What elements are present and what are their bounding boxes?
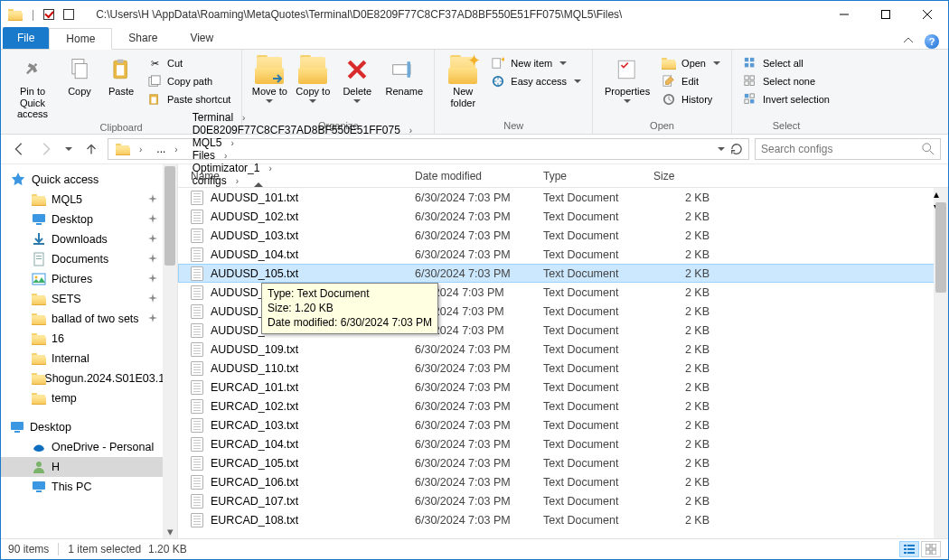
- scissors-icon: ✂: [147, 56, 162, 70]
- nav-back-button[interactable]: [8, 138, 30, 160]
- scroll-down-icon[interactable]: ▾: [163, 524, 177, 538]
- qat-new-icon[interactable]: [63, 9, 74, 20]
- cut-button[interactable]: ✂Cut: [144, 55, 234, 71]
- edit-button[interactable]: Edit: [658, 73, 724, 89]
- copy-path-button[interactable]: Copy path: [144, 73, 234, 89]
- help-icon[interactable]: ?: [925, 34, 939, 49]
- svg-rect-33: [33, 243, 44, 245]
- col-size-header[interactable]: Size: [653, 170, 720, 182]
- nav-item[interactable]: This PC: [1, 477, 177, 497]
- svg-rect-39: [11, 422, 23, 430]
- col-type-header[interactable]: Type: [543, 170, 653, 182]
- nav-item[interactable]: SETS: [1, 289, 177, 309]
- window-title-path: C:\Users\H \AppData\Roaming\MetaQuotes\T…: [96, 8, 622, 21]
- nav-item[interactable]: Documents: [1, 249, 177, 269]
- file-row[interactable]: EURCAD_104.txt6/30/2024 7:03 PMText Docu…: [178, 434, 948, 453]
- nav-item[interactable]: MQL5: [1, 190, 177, 210]
- tab-home[interactable]: Home: [49, 28, 112, 50]
- file-row[interactable]: AUDUSD_104.txt6/30/2024 7:03 PMText Docu…: [178, 245, 948, 264]
- ribbon-collapse-icon[interactable]: [903, 35, 914, 49]
- svg-rect-0: [882, 11, 890, 19]
- copy-to-button[interactable]: Copy to: [293, 53, 333, 103]
- delete-button[interactable]: Delete: [336, 53, 378, 103]
- file-row[interactable]: AUDUSD_102.txt6/30/2024 7:03 PMText Docu…: [178, 207, 948, 226]
- file-row[interactable]: AUDUSD_110.txt6/30/2024 7:03 PMText Docu…: [178, 359, 948, 378]
- file-row[interactable]: EURCAD_103.txt6/30/2024 7:03 PMText Docu…: [178, 415, 948, 434]
- breadcrumb-item[interactable]: Files›: [185, 149, 419, 162]
- nav-item[interactable]: Downloads: [1, 229, 177, 249]
- maximize-button[interactable]: [865, 1, 907, 28]
- nav-recent-button[interactable]: [62, 138, 75, 160]
- addr-history-icon[interactable]: [718, 147, 725, 151]
- nav-item[interactable]: ballad of two sets: [1, 309, 177, 329]
- nav-item[interactable]: Shogun.2024.S01E03.108: [1, 369, 177, 388]
- quick-access-star-icon: [10, 172, 26, 188]
- move-to-button[interactable]: Move to: [249, 53, 289, 103]
- file-row[interactable]: AUDUSD_101.txt6/30/2024 7:03 PMText Docu…: [178, 188, 948, 207]
- search-input[interactable]: Search configs: [755, 138, 941, 160]
- copy-button[interactable]: Copy: [61, 53, 99, 98]
- new-item-button[interactable]: ✦New item: [487, 55, 585, 71]
- details-view-button[interactable]: [899, 541, 919, 557]
- close-button[interactable]: [907, 1, 948, 28]
- txt-file-icon: [191, 191, 203, 205]
- svg-rect-36: [36, 258, 42, 259]
- nav-item[interactable]: Internal: [1, 349, 177, 369]
- paste-button[interactable]: Paste: [102, 53, 140, 98]
- nav-item[interactable]: Pictures: [1, 269, 177, 289]
- nav-item[interactable]: 16: [1, 329, 177, 349]
- file-row[interactable]: EURCAD_107.txt6/30/2024 7:03 PMText Docu…: [178, 491, 948, 510]
- filelist-scrollbar[interactable]: ▴ ▾: [934, 188, 948, 538]
- col-date-header[interactable]: Date modified: [415, 170, 543, 182]
- rename-button[interactable]: Rename: [381, 53, 427, 98]
- addr-refresh-icon[interactable]: [730, 143, 743, 155]
- breadcrumb-item[interactable]: D0E8209F77C8CF37AD8BF550E51FF075›: [185, 124, 419, 136]
- nav-up-button[interactable]: [80, 138, 102, 160]
- open-icon: [662, 56, 676, 70]
- file-row[interactable]: AUDUSD_103.txt6/30/2024 7:03 PMText Docu…: [178, 226, 948, 245]
- paste-shortcut-button[interactable]: Paste shortcut: [144, 91, 234, 107]
- nav-forward-button[interactable]: [35, 138, 57, 160]
- nav-desktop-root[interactable]: Desktop: [1, 417, 177, 437]
- properties-button[interactable]: Properties: [600, 53, 654, 103]
- tab-share[interactable]: Share: [112, 27, 174, 49]
- file-row[interactable]: EURCAD_102.txt6/30/2024 7:03 PMText Docu…: [178, 397, 948, 415]
- new-folder-button[interactable]: ✦ New folder: [442, 53, 484, 108]
- qat-properties-icon[interactable]: [43, 9, 54, 20]
- select-all-button[interactable]: Select all: [739, 55, 833, 71]
- breadcrumb-item[interactable]: Terminal›: [185, 111, 419, 124]
- file-row[interactable]: AUDUSD_109.txt6/30/2024 7:03 PMText Docu…: [178, 340, 948, 359]
- file-row[interactable]: EURCAD_106.txt6/30/2024 7:03 PMText Docu…: [178, 472, 948, 491]
- svg-rect-25: [750, 81, 754, 85]
- file-row[interactable]: AUDUSD_105.txt6/30/2024 7:03 PMText Docu…: [178, 264, 948, 283]
- scroll-up-icon[interactable]: ▴: [934, 188, 948, 201]
- search-icon: [922, 143, 935, 155]
- col-name-header[interactable]: Name: [178, 170, 415, 182]
- address-bar[interactable]: › ... › Terminal›D0E8209F77C8CF37AD8BF55…: [108, 138, 749, 160]
- pin-quick-access-button[interactable]: Pin to Quick access: [8, 53, 57, 120]
- open-button[interactable]: Open: [658, 55, 724, 71]
- svg-rect-9: [152, 97, 156, 103]
- file-row[interactable]: EURCAD_105.txt6/30/2024 7:03 PMText Docu…: [178, 453, 948, 472]
- crumb-0[interactable]: ... ›: [149, 139, 184, 159]
- svg-rect-21: [750, 63, 754, 67]
- tab-view[interactable]: View: [174, 27, 230, 49]
- txt-file-icon: [191, 266, 203, 281]
- minimize-button[interactable]: [823, 1, 865, 28]
- file-row[interactable]: EURCAD_108.txt6/30/2024 7:03 PMText Docu…: [178, 510, 948, 529]
- nav-item[interactable]: Desktop: [1, 210, 177, 229]
- invert-selection-button[interactable]: Invert selection: [739, 91, 833, 107]
- file-row[interactable]: EURCAD_101.txt6/30/2024 7:03 PMText Docu…: [178, 378, 948, 397]
- nav-quick-access[interactable]: Quick access: [1, 170, 177, 190]
- history-button[interactable]: History: [658, 91, 724, 107]
- nav-item[interactable]: H: [1, 457, 177, 477]
- nav-item[interactable]: temp: [1, 388, 177, 408]
- nav-item[interactable]: OneDrive - Personal: [1, 437, 177, 457]
- easy-access-button[interactable]: Easy access: [487, 73, 585, 89]
- tab-file[interactable]: File: [3, 27, 49, 49]
- navpane-scrollbar[interactable]: ▴ ▾: [163, 164, 177, 538]
- thumbs-view-button[interactable]: [921, 541, 941, 557]
- file-list-pane: Name Date modified Type Size AUDUSD_101.…: [178, 164, 948, 538]
- breadcrumb-item[interactable]: MQL5›: [185, 136, 419, 149]
- select-none-button[interactable]: Select none: [739, 73, 833, 89]
